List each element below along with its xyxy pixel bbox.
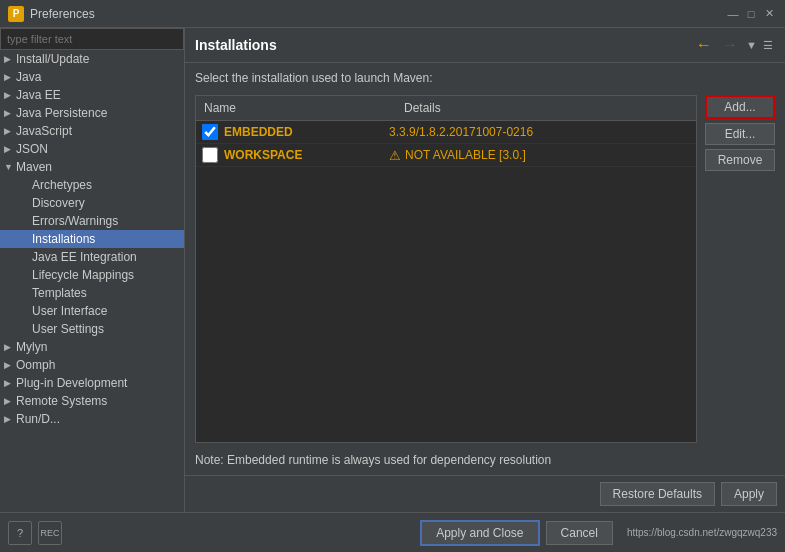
sidebar-item-label: Run/D... bbox=[16, 412, 60, 426]
sidebar-item-maven[interactable]: ▼ Maven bbox=[0, 158, 184, 176]
arrow-icon: ▶ bbox=[4, 360, 16, 370]
sidebar-item-java-persistence[interactable]: ▶ Java Persistence bbox=[0, 104, 184, 122]
main-layout: ▶ Install/Update ▶ Java ▶ Java EE ▶ Java… bbox=[0, 28, 785, 512]
arrow-icon: ▶ bbox=[4, 126, 16, 136]
window-controls: — □ ✕ bbox=[725, 6, 777, 22]
remove-button[interactable]: Remove bbox=[705, 149, 775, 171]
footer-url: https://blog.csdn.net/zwgqzwq233 bbox=[627, 527, 777, 538]
table-body: EMBEDDED 3.3.9/1.8.2.20171007-0216 WORKS… bbox=[196, 121, 696, 442]
sidebar-item-remote-systems[interactable]: ▶ Remote Systems bbox=[0, 392, 184, 410]
sidebar-item-lifecycle-mappings[interactable]: Lifecycle Mappings bbox=[0, 266, 184, 284]
sidebar-item-errors-warnings[interactable]: Errors/Warnings bbox=[0, 212, 184, 230]
embedded-name: EMBEDDED bbox=[224, 125, 389, 139]
sidebar-item-discovery[interactable]: Discovery bbox=[0, 194, 184, 212]
sidebar-item-label: Oomph bbox=[16, 358, 55, 372]
arrow-icon: ▶ bbox=[4, 396, 16, 406]
window-title: Preferences bbox=[30, 7, 725, 21]
title-bar: P Preferences — □ ✕ bbox=[0, 0, 785, 28]
sidebar-item-java-ee[interactable]: ▶ Java EE bbox=[0, 86, 184, 104]
content-bottom: Restore Defaults Apply bbox=[185, 475, 785, 512]
help-button[interactable]: ? bbox=[8, 521, 32, 545]
description-text: Select the installation used to launch M… bbox=[195, 71, 775, 85]
sidebar-item-user-interface[interactable]: User Interface bbox=[0, 302, 184, 320]
apply-close-button[interactable]: Apply and Close bbox=[420, 520, 539, 546]
sidebar-item-label: Errors/Warnings bbox=[32, 214, 118, 228]
table-row[interactable]: WORKSPACE ⚠ NOT AVAILABLE [3.0.] bbox=[196, 144, 696, 167]
minimize-button[interactable]: — bbox=[725, 6, 741, 22]
arrow-icon: ▶ bbox=[4, 342, 16, 352]
sidebar-item-user-settings[interactable]: User Settings bbox=[0, 320, 184, 338]
maximize-button[interactable]: □ bbox=[743, 6, 759, 22]
sidebar-item-install-update[interactable]: ▶ Install/Update bbox=[0, 50, 184, 68]
nav-dropdown-button[interactable]: ▼ bbox=[744, 37, 759, 53]
sidebar-item-javascript[interactable]: ▶ JavaScript bbox=[0, 122, 184, 140]
page-title: Installations bbox=[195, 37, 277, 53]
sidebar-item-mylyn[interactable]: ▶ Mylyn bbox=[0, 338, 184, 356]
sidebar-item-label: Install/Update bbox=[16, 52, 89, 66]
footer-right: Apply and Close Cancel https://blog.csdn… bbox=[420, 520, 777, 546]
cancel-button[interactable]: Cancel bbox=[546, 521, 613, 545]
content-body: Select the installation used to launch M… bbox=[185, 63, 785, 475]
sidebar-item-java-ee-integration[interactable]: Java EE Integration bbox=[0, 248, 184, 266]
arrow-icon: ▶ bbox=[4, 108, 16, 118]
sidebar-item-label: JavaScript bbox=[16, 124, 72, 138]
app-icon: P bbox=[8, 6, 24, 22]
sidebar-item-label: JSON bbox=[16, 142, 48, 156]
sidebar-item-label: Java EE Integration bbox=[32, 250, 137, 264]
workspace-name: WORKSPACE bbox=[224, 148, 389, 162]
arrow-icon: ▶ bbox=[4, 414, 16, 424]
content-header: Installations ← → ▼ ☰ bbox=[185, 28, 785, 63]
sidebar: ▶ Install/Update ▶ Java ▶ Java EE ▶ Java… bbox=[0, 28, 185, 512]
sidebar-item-oomph[interactable]: ▶ Oomph bbox=[0, 356, 184, 374]
sidebar-item-templates[interactable]: Templates bbox=[0, 284, 184, 302]
arrow-icon: ▶ bbox=[4, 144, 16, 154]
sidebar-item-label: Plug-in Development bbox=[16, 376, 127, 390]
note-text: Note: Embedded runtime is always used fo… bbox=[195, 453, 775, 467]
add-button[interactable]: Add... bbox=[705, 95, 775, 119]
restore-defaults-button[interactable]: Restore Defaults bbox=[600, 482, 715, 506]
sidebar-item-label: Lifecycle Mappings bbox=[32, 268, 134, 282]
content-panel: Installations ← → ▼ ☰ Select the install… bbox=[185, 28, 785, 512]
rec-button[interactable]: REC bbox=[38, 521, 62, 545]
sidebar-item-run-debug[interactable]: ▶ Run/D... bbox=[0, 410, 184, 428]
workspace-details-text: NOT AVAILABLE [3.0.] bbox=[405, 148, 526, 162]
table-row[interactable]: EMBEDDED 3.3.9/1.8.2.20171007-0216 bbox=[196, 121, 696, 144]
forward-button[interactable]: → bbox=[718, 34, 742, 56]
column-details: Details bbox=[396, 99, 696, 117]
sidebar-item-label: User Interface bbox=[32, 304, 107, 318]
apply-button[interactable]: Apply bbox=[721, 482, 777, 506]
workspace-details: ⚠ NOT AVAILABLE [3.0.] bbox=[389, 148, 696, 163]
sidebar-item-archetypes[interactable]: Archetypes bbox=[0, 176, 184, 194]
sidebar-item-json[interactable]: ▶ JSON bbox=[0, 140, 184, 158]
edit-button[interactable]: Edit... bbox=[705, 123, 775, 145]
sidebar-item-label: Archetypes bbox=[32, 178, 92, 192]
workspace-checkbox[interactable] bbox=[202, 147, 218, 163]
arrow-icon: ▶ bbox=[4, 378, 16, 388]
sidebar-item-label: Java EE bbox=[16, 88, 61, 102]
arrow-icon: ▶ bbox=[4, 72, 16, 82]
arrow-icon: ▼ bbox=[4, 162, 16, 172]
arrow-icon: ▶ bbox=[4, 54, 16, 64]
embedded-details: 3.3.9/1.8.2.20171007-0216 bbox=[389, 125, 696, 139]
footer: ? REC Apply and Close Cancel https://blo… bbox=[0, 512, 785, 552]
sidebar-item-installations[interactable]: Installations bbox=[0, 230, 184, 248]
sidebar-item-label: Templates bbox=[32, 286, 87, 300]
footer-left: ? REC bbox=[8, 521, 62, 545]
filter-input[interactable] bbox=[0, 28, 184, 50]
embedded-checkbox[interactable] bbox=[202, 124, 218, 140]
nav-menu-button[interactable]: ☰ bbox=[761, 37, 775, 54]
sidebar-item-label: Java Persistence bbox=[16, 106, 107, 120]
close-button[interactable]: ✕ bbox=[761, 6, 777, 22]
action-buttons: Add... Edit... Remove bbox=[705, 95, 775, 443]
installations-table: Name Details EMBEDDED 3.3.9/1.8.2.201710… bbox=[195, 95, 697, 443]
nav-buttons: ← → ▼ ☰ bbox=[692, 34, 775, 56]
column-name: Name bbox=[196, 99, 396, 117]
table-header: Name Details bbox=[196, 96, 696, 121]
warning-icon: ⚠ bbox=[389, 148, 401, 163]
back-button[interactable]: ← bbox=[692, 34, 716, 56]
sidebar-item-plugin-development[interactable]: ▶ Plug-in Development bbox=[0, 374, 184, 392]
sidebar-item-label: User Settings bbox=[32, 322, 104, 336]
sidebar-item-label: Installations bbox=[32, 232, 95, 246]
sidebar-item-label: Discovery bbox=[32, 196, 85, 210]
sidebar-item-java[interactable]: ▶ Java bbox=[0, 68, 184, 86]
